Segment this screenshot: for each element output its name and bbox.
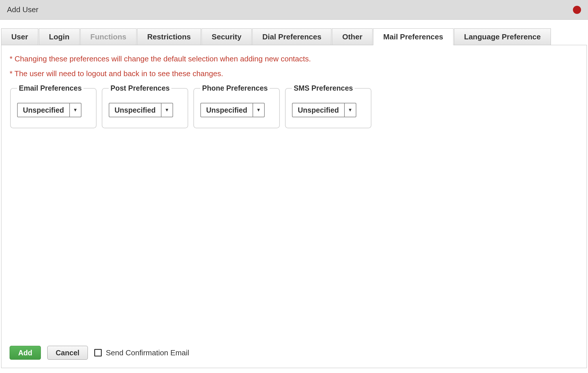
tab-mail-preferences[interactable]: Mail Preferences xyxy=(373,28,453,45)
phone-preferences-value: Unspecified xyxy=(201,103,253,117)
legend-sms-preferences: SMS Preferences xyxy=(292,84,355,92)
tab-restrictions[interactable]: Restrictions xyxy=(137,28,201,45)
notice-relogin: * The user will need to logout and back … xyxy=(10,69,578,78)
chevron-down-icon: ▼ xyxy=(161,103,173,117)
legend-phone-preferences: Phone Preferences xyxy=(200,84,270,92)
legend-email-preferences: Email Preferences xyxy=(17,84,84,92)
email-preferences-value: Unspecified xyxy=(18,103,69,117)
tab-functions: Functions xyxy=(80,28,137,45)
send-confirmation-email-checkbox[interactable]: Send Confirmation Email xyxy=(94,348,189,357)
send-confirmation-email-label: Send Confirmation Email xyxy=(106,348,189,357)
tab-user[interactable]: User xyxy=(1,28,38,45)
titlebar: Add User xyxy=(0,0,588,20)
chevron-down-icon: ▼ xyxy=(344,103,356,117)
fieldset-sms-preferences: SMS Preferences Unspecified ▼ xyxy=(285,84,371,128)
legend-post-preferences: Post Preferences xyxy=(109,84,171,92)
tab-panel-mail-preferences: * Changing these preferences will change… xyxy=(1,45,587,368)
post-preferences-select[interactable]: Unspecified ▼ xyxy=(109,103,173,117)
chevron-down-icon: ▼ xyxy=(69,103,81,117)
fieldset-email-preferences: Email Preferences Unspecified ▼ xyxy=(10,84,97,128)
chevron-down-icon: ▼ xyxy=(253,103,264,117)
email-preferences-select[interactable]: Unspecified ▼ xyxy=(17,103,81,117)
close-icon[interactable] xyxy=(573,6,581,14)
tab-other[interactable]: Other xyxy=(332,28,372,45)
cancel-button[interactable]: Cancel xyxy=(47,346,88,360)
fieldset-post-preferences: Post Preferences Unspecified ▼ xyxy=(102,84,188,128)
notice-change-default: * Changing these preferences will change… xyxy=(10,54,578,63)
sms-preferences-select[interactable]: Unspecified ▼ xyxy=(292,103,356,117)
tab-dial-preferences[interactable]: Dial Preferences xyxy=(252,28,332,45)
page: User Login Functions Restrictions Securi… xyxy=(0,28,588,368)
fieldset-phone-preferences: Phone Preferences Unspecified ▼ xyxy=(193,84,280,128)
tab-language-preference[interactable]: Language Preference xyxy=(454,28,551,45)
tab-security[interactable]: Security xyxy=(202,28,252,45)
post-preferences-value: Unspecified xyxy=(109,103,161,117)
tab-login[interactable]: Login xyxy=(39,28,80,45)
window-title: Add User xyxy=(7,5,38,14)
phone-preferences-select[interactable]: Unspecified ▼ xyxy=(200,103,265,117)
dialog-footer: Add Cancel Send Confirmation Email xyxy=(10,346,189,360)
preferences-row: Email Preferences Unspecified ▼ Post Pre… xyxy=(10,84,578,128)
sms-preferences-value: Unspecified xyxy=(293,103,344,117)
checkbox-icon xyxy=(94,349,102,356)
tabs: User Login Functions Restrictions Securi… xyxy=(1,28,587,45)
add-button[interactable]: Add xyxy=(10,346,41,360)
